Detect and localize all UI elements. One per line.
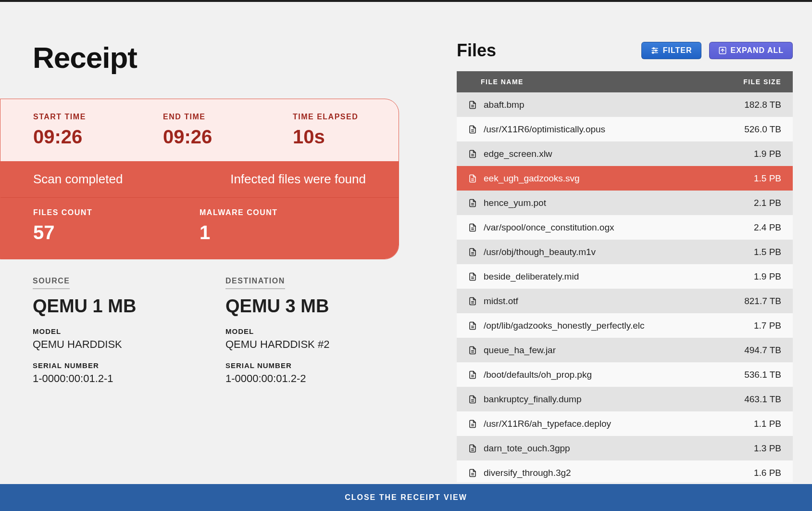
malware-count-label: MALWARE COUNT (200, 208, 366, 217)
start-time-value: 09:26 (33, 126, 163, 148)
file-row[interactable]: /usr/X11R6/optimistically.opus526.0 TB (457, 117, 793, 141)
file-name: edge_screen.xlw (484, 149, 714, 159)
file-size: 182.8 TB (714, 100, 781, 110)
file-name: /var/spool/once_constitution.ogx (484, 222, 714, 233)
file-row[interactable]: beside_deliberately.mid1.9 PB (457, 264, 793, 289)
file-size: 526.0 TB (714, 124, 781, 135)
file-icon (468, 173, 477, 184)
file-row[interactable]: bankruptcy_finally.dump463.1 TB (457, 387, 793, 411)
files-title: Files (457, 40, 634, 61)
file-size: 1.1 PB (714, 419, 781, 429)
file-size: 1.7 PB (714, 320, 781, 331)
destination-name: QEMU 3 MB (225, 296, 418, 317)
file-size: 2.4 PB (714, 222, 781, 233)
end-time-label: END TIME (163, 113, 293, 121)
file-row[interactable]: /opt/lib/gadzooks_honestly_perfectly.elc… (457, 313, 793, 338)
file-row[interactable]: /boot/defaults/oh_prop.pkg536.1 TB (457, 362, 793, 387)
elapsed-label: TIME ELAPSED (293, 113, 358, 121)
file-row[interactable]: darn_tote_ouch.3gpp1.3 PB (457, 436, 793, 460)
file-size: 536.1 TB (714, 370, 781, 380)
source-device: SOURCE QEMU 1 MB MODEL QEMU HARDDISK SER… (33, 277, 225, 385)
file-name: diversify_through.3g2 (484, 468, 714, 478)
file-size: 463.1 TB (714, 394, 781, 405)
file-icon (468, 296, 477, 307)
file-row[interactable]: /usr/X11R6/ah_typeface.deploy1.1 PB (457, 411, 793, 436)
elapsed-value: 10s (293, 126, 358, 148)
col-file-name: FILE NAME (468, 78, 714, 86)
filter-button-label: FILTER (663, 46, 692, 55)
file-icon (468, 149, 477, 159)
file-row[interactable]: diversify_through.3g21.6 PB (457, 460, 793, 482)
file-name: queue_ha_few.jar (484, 345, 714, 356)
destination-device: DESTINATION QEMU 3 MB MODEL QEMU HARDDIS… (225, 277, 418, 385)
file-size: 1.9 PB (714, 271, 781, 282)
file-size: 821.7 TB (714, 296, 781, 307)
file-icon (468, 222, 477, 233)
file-icon (468, 198, 477, 208)
file-row[interactable]: midst.otf821.7 TB (457, 289, 793, 313)
file-name: /boot/defaults/oh_prop.pkg (484, 370, 714, 380)
file-icon (468, 443, 477, 454)
file-name: abaft.bmp (484, 100, 714, 110)
file-icon (468, 468, 477, 478)
source-model-value: QEMU HARDDISK (33, 338, 225, 351)
file-name: /usr/X11R6/optimistically.opus (484, 124, 714, 135)
malware-count-value: 1 (200, 222, 366, 243)
source-heading: SOURCE (33, 277, 70, 289)
destination-serial-value: 1-0000:00:01.2-2 (225, 372, 418, 385)
file-name: hence_yum.pot (484, 198, 714, 208)
file-name: eek_ugh_gadzooks.svg (484, 173, 714, 184)
svg-point-3 (655, 50, 656, 51)
file-row[interactable]: eek_ugh_gadzooks.svg1.5 PB (457, 166, 793, 191)
file-size: 1.3 PB (714, 443, 781, 454)
file-name: /usr/obj/though_beauty.m1v (484, 247, 714, 257)
source-serial-value: 1-0000:00:01.2-1 (33, 372, 225, 385)
file-size: 1.9 PB (714, 149, 781, 159)
close-receipt-button[interactable]: CLOSE THE RECEIPT VIEW (0, 484, 812, 511)
file-icon (468, 419, 477, 429)
source-model-label: MODEL (33, 327, 225, 335)
destination-model-label: MODEL (225, 327, 418, 335)
file-icon (468, 394, 477, 405)
svg-point-5 (652, 52, 653, 53)
file-name: bankruptcy_finally.dump (484, 394, 714, 405)
destination-serial-label: SERIAL NUMBER (225, 361, 418, 370)
expand-icon (718, 46, 727, 55)
file-size: 1.5 PB (714, 247, 781, 257)
file-name: /usr/X11R6/ah_typeface.deploy (484, 419, 714, 429)
page-title: Receipt (33, 40, 418, 75)
file-row[interactable]: /var/spool/once_constitution.ogx2.4 PB (457, 215, 793, 240)
expand-all-button[interactable]: EXPAND ALL (709, 42, 793, 59)
sliders-icon (650, 46, 659, 55)
file-icon (468, 271, 477, 282)
file-row[interactable]: edge_screen.xlw1.9 PB (457, 141, 793, 166)
start-time-label: START TIME (33, 113, 163, 121)
file-row[interactable]: queue_ha_few.jar494.7 TB (457, 338, 793, 362)
file-icon (468, 345, 477, 356)
files-count-value: 57 (33, 222, 200, 243)
files-count-label: FILES COUNT (33, 208, 200, 217)
end-time-value: 09:26 (163, 126, 293, 148)
files-table: abaft.bmp182.8 TB/usr/X11R6/optimistical… (457, 92, 793, 482)
file-size: 494.7 TB (714, 345, 781, 356)
infected-found-text: Infected files were found (230, 172, 366, 187)
source-serial-label: SERIAL NUMBER (33, 361, 225, 370)
file-name: darn_tote_ouch.3gpp (484, 443, 714, 454)
file-icon (468, 247, 477, 257)
destination-model-value: QEMU HARDDISK #2 (225, 338, 418, 351)
filter-button[interactable]: FILTER (641, 42, 701, 59)
file-row[interactable]: hence_yum.pot2.1 PB (457, 191, 793, 215)
file-row[interactable]: /usr/obj/though_beauty.m1v1.5 PB (457, 240, 793, 264)
scan-completed-text: Scan completed (33, 172, 230, 187)
status-card: START TIME 09:26 END TIME 09:26 TIME ELA… (0, 99, 399, 259)
svg-point-1 (653, 48, 654, 49)
file-icon (468, 320, 477, 331)
file-name: /opt/lib/gadzooks_honestly_perfectly.elc (484, 320, 714, 331)
file-size: 1.6 PB (714, 468, 781, 478)
file-row[interactable]: abaft.bmp182.8 TB (457, 92, 793, 117)
col-file-size: FILE SIZE (714, 78, 781, 86)
files-table-header: FILE NAME FILE SIZE (457, 71, 793, 92)
file-size: 2.1 PB (714, 198, 781, 208)
file-size: 1.5 PB (714, 173, 781, 184)
file-name: beside_deliberately.mid (484, 271, 714, 282)
